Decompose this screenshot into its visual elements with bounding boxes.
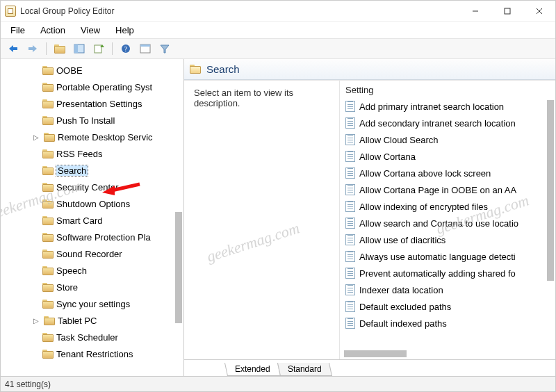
tree-item[interactable]: Sound Recorder <box>1 245 183 262</box>
tree-item[interactable]: ▷Remote Desktop Servic <box>1 129 183 145</box>
tree-item[interactable]: Task Scheduler <box>1 329 183 345</box>
tree-item[interactable]: Shutdown Options <box>1 195 183 212</box>
folder-icon <box>42 333 54 342</box>
tree-item[interactable]: Portable Operating Syst <box>1 79 183 95</box>
tree-item-label: Portable Operating Syst <box>56 82 152 92</box>
tree-item[interactable]: ▷Tablet PC <box>1 312 183 329</box>
tree-item-label: Tablet PC <box>58 316 97 326</box>
tree-scrollbar[interactable] <box>175 212 182 323</box>
properties-button[interactable] <box>137 40 154 57</box>
folder-icon <box>42 350 54 359</box>
setting-row[interactable]: Allow Cloud Search <box>343 131 555 148</box>
tree-item-label: Sync your settings <box>56 299 130 309</box>
description-pane: Select an item to view its description. <box>184 81 340 359</box>
setting-label: Add primary intranet search location <box>359 101 504 112</box>
show-hide-tree-button[interactable] <box>71 40 88 57</box>
setting-label: Always use automatic language detecti <box>359 252 516 262</box>
back-button[interactable] <box>5 40 22 57</box>
svg-rect-1 <box>505 8 510 14</box>
setting-label: Allow indexing of encrypted files <box>359 202 488 212</box>
setting-row[interactable]: Indexer data location <box>343 281 555 298</box>
details-pane: Search Select an item to view its descri… <box>184 59 555 376</box>
folder-icon <box>42 216 54 225</box>
setting-row[interactable]: Allow use of diacritics <box>343 231 555 248</box>
app-icon <box>5 6 16 17</box>
tree-item[interactable]: Store <box>1 279 183 295</box>
menu-help[interactable]: Help <box>108 24 141 37</box>
setting-row[interactable]: Always use automatic language detecti <box>343 248 555 265</box>
tree-item[interactable]: Speech <box>1 262 183 279</box>
setting-row[interactable]: Allow Cortana Page in OOBE on an AA <box>343 181 555 198</box>
policy-icon <box>345 234 355 245</box>
toolbar-separator <box>46 42 47 55</box>
menu-view[interactable]: View <box>74 24 107 37</box>
setting-row[interactable]: Prevent automatically adding shared fo <box>343 265 555 281</box>
svg-rect-7 <box>28 47 33 50</box>
tree-item-label: Store <box>56 282 78 293</box>
export-list-button[interactable] <box>90 40 107 57</box>
expand-icon[interactable]: ▷ <box>31 317 41 325</box>
setting-label: Default excluded paths <box>359 302 451 312</box>
setting-row[interactable]: Default excluded paths <box>343 298 555 315</box>
folder-icon <box>42 250 54 259</box>
policy-icon <box>345 218 355 229</box>
setting-row[interactable]: Allow Cortana <box>343 148 555 165</box>
minimize-button[interactable] <box>459 1 491 22</box>
svg-marker-16 <box>161 45 169 53</box>
folder-icon <box>42 166 54 175</box>
details-header-title: Search <box>206 63 240 75</box>
tree-item-label: Search <box>56 165 88 176</box>
setting-row[interactable]: Add primary intranet search location <box>343 98 555 115</box>
setting-row[interactable]: Add secondary intranet search location <box>343 115 555 131</box>
svg-text:?: ? <box>124 45 128 53</box>
main-content: OOBEPortable Operating SystPresentation … <box>1 59 555 376</box>
folder-icon <box>42 183 54 192</box>
tree-item[interactable]: Search <box>1 162 183 179</box>
help-button[interactable]: ? <box>117 40 134 57</box>
svg-rect-15 <box>140 44 150 47</box>
filter-button[interactable] <box>156 40 173 57</box>
folder-icon <box>42 66 54 75</box>
menu-action[interactable]: Action <box>33 24 72 37</box>
tab-standard[interactable]: Standard <box>277 363 332 376</box>
tree-item[interactable]: Security Center <box>1 179 183 195</box>
setting-row[interactable]: Allow Cortana above lock screen <box>343 165 555 181</box>
tree-item[interactable]: OOBE <box>1 62 183 79</box>
tree-item-label: Presentation Settings <box>56 99 142 109</box>
setting-row[interactable]: Default indexed paths <box>343 315 555 332</box>
expand-icon[interactable]: ▷ <box>31 133 41 141</box>
window-controls <box>459 1 555 22</box>
app-window: Local Group Policy Editor File Action Vi… <box>0 0 556 392</box>
tree-item[interactable]: Smart Card <box>1 212 183 229</box>
policy-icon <box>345 318 355 329</box>
policy-icon <box>345 268 355 279</box>
forward-button[interactable] <box>24 40 41 57</box>
setting-row[interactable]: Allow indexing of encrypted files <box>343 198 555 215</box>
titlebar: Local Group Policy Editor <box>1 1 555 22</box>
menu-file[interactable]: File <box>3 24 32 37</box>
svg-rect-10 <box>95 45 101 53</box>
tree-item[interactable]: Software Protection Pla <box>1 229 183 245</box>
close-button[interactable] <box>523 1 555 22</box>
folder-icon <box>44 316 55 325</box>
list-vertical-scrollbar[interactable] <box>547 100 554 281</box>
setting-row[interactable]: Allow search and Cortana to use locatio <box>343 215 555 231</box>
tab-extended[interactable]: Extended <box>224 363 281 376</box>
description-text: Select an item to view its description. <box>194 88 293 108</box>
tree-item[interactable]: RSS Feeds <box>1 145 183 162</box>
list-horizontal-scrollbar[interactable] <box>344 350 407 357</box>
up-button[interactable] <box>51 40 68 57</box>
tree-item[interactable]: Push To Install <box>1 112 183 129</box>
tree-item[interactable]: Sync your settings <box>1 295 183 312</box>
folder-icon <box>42 283 54 292</box>
statusbar-text: 41 setting(s) <box>5 379 51 389</box>
policy-icon <box>345 134 355 145</box>
column-header-setting[interactable]: Setting <box>340 85 555 98</box>
tree-item[interactable]: Presentation Settings <box>1 95 183 112</box>
tree-item[interactable]: Tenant Restrictions <box>1 345 183 362</box>
details-header: Search <box>184 59 555 80</box>
maximize-button[interactable] <box>491 1 523 22</box>
folder-icon <box>42 300 54 309</box>
setting-label: Indexer data location <box>359 285 443 295</box>
folder-icon <box>42 116 54 125</box>
